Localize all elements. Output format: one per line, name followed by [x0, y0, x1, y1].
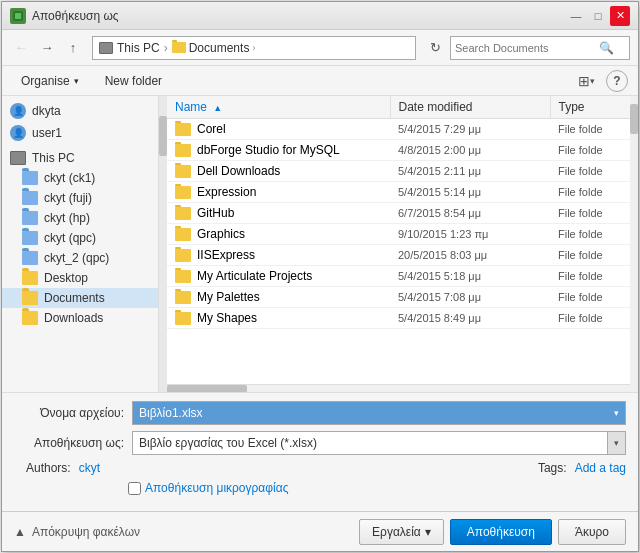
sidebar-item-qpc2[interactable]: ckyt_2 (qpc) — [2, 248, 158, 268]
folder-row-icon — [175, 312, 191, 325]
file-name-cell: My Articulate Projects — [175, 269, 382, 283]
col-date[interactable]: Date modified — [390, 96, 550, 119]
hide-arrow-icon: ▲ — [14, 525, 26, 539]
file-name-cell: dbForge Studio for MySQL — [175, 143, 382, 157]
maximize-button[interactable]: □ — [588, 6, 608, 26]
close-button[interactable]: ✕ — [610, 6, 630, 26]
folder-icon-ck1 — [22, 171, 38, 185]
content-scrollbar[interactable] — [630, 96, 638, 392]
folder-icon-qpc — [22, 231, 38, 245]
sort-arrow: ▲ — [213, 103, 222, 113]
filetype-dropdown-arrow[interactable]: ▾ — [607, 432, 625, 454]
sidebar-item-user1[interactable]: 👤 user1 — [2, 122, 158, 144]
search-input[interactable] — [455, 42, 595, 54]
search-box[interactable]: 🔍 — [450, 36, 630, 60]
sidebar-label-documents: Documents — [44, 291, 105, 305]
save-dialog: Αποθήκευση ως — □ ✕ ← → ↑ This PC › Docu… — [1, 1, 639, 552]
user-icon-dkyta: 👤 — [10, 103, 26, 119]
filetype-label: Αποθήκευση ως: — [14, 436, 124, 450]
view-button[interactable]: ⊞ ▾ — [574, 70, 598, 92]
sidebar-item-hp[interactable]: ckyt (hp) — [2, 208, 158, 228]
col-name[interactable]: Name ▲ — [167, 96, 390, 119]
file-date: 20/5/2015 8:03 μμ — [390, 245, 550, 266]
help-button[interactable]: ? — [606, 70, 628, 92]
cancel-button[interactable]: Άκυρο — [558, 519, 626, 545]
file-date: 5/4/2015 7:08 μμ — [390, 287, 550, 308]
table-row[interactable]: My Shapes 5/4/2015 8:49 μμ File folde — [167, 308, 630, 329]
sidebar-label-downloads: Downloads — [44, 311, 103, 325]
folder-icon-desktop — [22, 271, 38, 285]
table-row[interactable]: My Articulate Projects 5/4/2015 5:18 μμ … — [167, 266, 630, 287]
back-button[interactable]: ← — [10, 37, 32, 59]
table-row[interactable]: Expression 5/4/2015 5:14 μμ File folde — [167, 182, 630, 203]
sidebar-item-qpc[interactable]: ckyt (qpc) — [2, 228, 158, 248]
sidebar-item-downloads[interactable]: Downloads — [2, 308, 158, 328]
file-date: 6/7/2015 8:54 μμ — [390, 203, 550, 224]
address-bar[interactable]: This PC › Documents › — [92, 36, 416, 60]
sidebar-item-dkyta[interactable]: 👤 dkyta — [2, 100, 158, 122]
sidebar-scrollbar[interactable] — [159, 96, 167, 392]
table-row[interactable]: Corel 5/4/2015 7:29 μμ File folde — [167, 119, 630, 140]
folder-row-icon — [175, 123, 191, 136]
filename-input-wrapper[interactable]: Βιβλίο1.xlsx ▾ — [132, 401, 626, 425]
new-folder-button[interactable]: New folder — [96, 70, 171, 92]
address-part-docs: Documents › — [172, 41, 256, 55]
folder-row-icon — [175, 249, 191, 262]
organise-arrow: ▾ — [74, 76, 79, 86]
col-type[interactable]: Type — [550, 96, 630, 119]
sidebar-item-ck1[interactable]: ckyt (ck1) — [2, 168, 158, 188]
tools-button[interactable]: Εργαλεία ▾ — [359, 519, 444, 545]
address-dropdown-arrow: › — [252, 43, 255, 53]
up-button[interactable]: ↑ — [62, 37, 84, 59]
authors-value[interactable]: ckyt — [79, 461, 100, 475]
file-name: Dell Downloads — [197, 164, 280, 178]
sidebar-item-desktop[interactable]: Desktop — [2, 268, 158, 288]
file-name-cell: My Palettes — [175, 290, 382, 304]
file-name: Graphics — [197, 227, 245, 241]
add-tag-button[interactable]: Add a tag — [575, 461, 626, 475]
file-name-cell: Graphics — [175, 227, 382, 241]
authors-row: Authors: ckyt Tags: Add a tag — [14, 461, 626, 475]
sidebar-item-thispc[interactable]: This PC — [2, 148, 158, 168]
folder-row-icon — [175, 165, 191, 178]
file-date: 5/4/2015 8:49 μμ — [390, 308, 550, 329]
thumbnail-checkbox-label[interactable]: Αποθήκευση μικρογραφίας — [128, 481, 288, 495]
file-name: Expression — [197, 185, 256, 199]
footer: ▲ Απόκρυψη φακέλων Εργαλεία ▾ Αποθήκευση… — [2, 511, 638, 551]
file-name: Corel — [197, 122, 226, 136]
hide-folders-label: Απόκρυψη φακέλων — [32, 525, 140, 539]
hscroll-thumb — [167, 385, 247, 393]
sidebar-label-hp: ckyt (hp) — [44, 211, 90, 225]
file-date: 5/4/2015 2:11 μμ — [390, 161, 550, 182]
forward-button[interactable]: → — [36, 37, 58, 59]
organise-button[interactable]: Organise ▾ — [12, 70, 88, 92]
refresh-button[interactable]: ↻ — [424, 37, 446, 59]
table-row[interactable]: IISExpress 20/5/2015 8:03 μμ File folde — [167, 245, 630, 266]
horizontal-scrollbar[interactable] — [167, 384, 630, 392]
save-button[interactable]: Αποθήκευση — [450, 519, 552, 545]
minimize-button[interactable]: — — [566, 6, 586, 26]
table-row[interactable]: My Palettes 5/4/2015 7:08 μμ File folde — [167, 287, 630, 308]
folder-row-icon — [175, 186, 191, 199]
hide-folders-button[interactable]: ▲ Απόκρυψη φακέλων — [14, 525, 140, 539]
filetype-combo[interactable]: Βιβλίο εργασίας του Excel (*.xlsx) ▾ — [132, 431, 626, 455]
sidebar-item-documents[interactable]: Documents — [2, 288, 158, 308]
folder-icon-qpc2 — [22, 251, 38, 265]
table-row[interactable]: Graphics 9/10/2015 1:23 πμ File folde — [167, 224, 630, 245]
file-list-scroll[interactable]: Name ▲ Date modified Type — [167, 96, 630, 384]
table-row[interactable]: dbForge Studio for MySQL 4/8/2015 2:00 μ… — [167, 140, 630, 161]
folder-icon-documents — [22, 291, 38, 305]
file-type: File folde — [550, 140, 630, 161]
address-toolbar: ← → ↑ This PC › Documents › ↻ 🔍 — [2, 30, 638, 66]
organise-label: Organise — [21, 74, 70, 88]
pc-icon — [10, 151, 26, 165]
file-name-cell: Corel — [175, 122, 382, 136]
file-type: File folde — [550, 245, 630, 266]
table-row[interactable]: GitHub 6/7/2015 8:54 μμ File folde — [167, 203, 630, 224]
file-table: Name ▲ Date modified Type — [167, 96, 630, 329]
dialog-title: Αποθήκευση ως — [32, 9, 119, 23]
view-arrow: ▾ — [590, 76, 595, 86]
table-row[interactable]: Dell Downloads 5/4/2015 2:11 μμ File fol… — [167, 161, 630, 182]
thumbnail-checkbox[interactable] — [128, 482, 141, 495]
sidebar-item-fuji[interactable]: ckyt (fuji) — [2, 188, 158, 208]
